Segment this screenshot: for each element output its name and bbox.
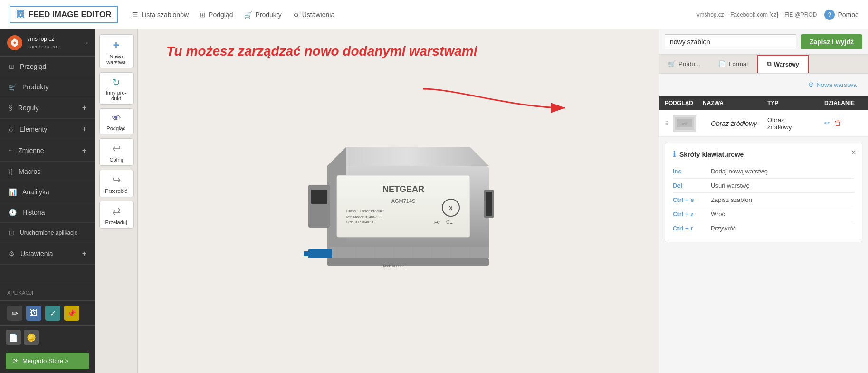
tool-redo[interactable]: ↪ Przerobić [99,170,134,197]
svg-text:CE: CE [446,220,453,225]
tab-warstwy[interactable]: ⧉ Warstwy [757,55,809,73]
nav-produkty[interactable]: 🛒 Produkty [244,11,281,19]
sidebar-nav: ⊞ Przegląd 🛒 Produkty § Reguły + ◇ Eleme… [0,57,95,285]
app-icon-check[interactable]: ✓ [45,306,60,321]
edit-icon[interactable]: ✏ [824,119,830,128]
brand-icon: 🖼 [16,10,25,19]
sidebar-item-ustawienia[interactable]: ⚙ Ustawienia + [0,243,95,265]
svg-text:X: X [449,205,453,211]
sidebar: vmshop.cz Facebook.co... › ⊞ Przegląd 🛒 … [0,29,95,373]
sidebar-header[interactable]: vmshop.cz Facebook.co... › [0,29,95,57]
svg-rect-19 [486,192,492,216]
delete-icon[interactable]: 🗑 [834,119,842,128]
podglad-icon: ⊞ [200,11,206,19]
shortcuts-close-button[interactable]: × [851,148,856,158]
layers-table-header: PODGLĄD NAZWA TYP DZIAŁANIE [659,96,868,110]
new-layer-button[interactable]: ⊕ Nowa warstwa [802,77,862,93]
sidebar-item-uruchomione[interactable]: ⊡ Uruchomione aplikacje [0,223,95,243]
svg-text:IMG: IMG [682,123,687,125]
tab-format[interactable]: 📄 Format [709,55,757,73]
tool-undo[interactable]: ↩ Cofnij [99,138,134,166]
svg-rect-21 [327,258,489,266]
canvas-annotation: Tu możesz zarządzać nowo dodanymi warstw… [166,44,477,59]
svg-rect-22 [308,249,332,258]
shortcut-row-ins: Ins Dodaj nową warstwę [673,164,854,179]
site-meta: vmshop.cz – Facebook.com [cz] – FiE @PRO… [696,11,817,18]
svg-rect-20 [327,247,489,258]
refresh-icon: ↻ [112,77,120,88]
produ-icon: 🛒 [668,60,676,67]
svg-text:NETGEAR: NETGEAR [382,184,424,194]
sidebar-item-historia[interactable]: 🕐 Historia [0,202,95,223]
macros-icon: {} [9,168,13,175]
brand-logo[interactable]: 🖼 FEED IMAGE EDITOR [10,6,118,23]
nav-ustawienia[interactable]: ⚙ Ustawienia [293,11,334,19]
save-button[interactable]: Zapisz i wyjdź [801,34,862,49]
svg-rect-23 [304,251,311,256]
template-name-input[interactable] [665,34,796,49]
app-icon-feed[interactable]: 🖼 [26,306,41,321]
sidebar-item-analityka[interactable]: 📊 Analityka [0,182,95,202]
layer-preview: IMG [673,115,711,132]
lista-icon: ☰ [132,11,138,19]
sidebar-item-przeglad[interactable]: ⊞ Przegląd [0,57,95,77]
app-icon-edit[interactable]: ✏ [7,306,22,321]
product-image: NETGEAR AGM714S Class 1 Laser Product Mf… [261,71,536,332]
zmienne-icon: ~ [9,147,12,154]
tab-produ[interactable]: 🛒 Produ... [659,55,709,73]
help-icon: ? [824,10,835,20]
store-icon: 🛍 [12,357,19,364]
undo-icon: ↩ [112,143,121,155]
tool-reload[interactable]: ⇄ Przeładuj [99,201,134,229]
tool-other-product[interactable]: ↻ Inny pro- dukt [99,72,134,105]
svg-marker-4 [327,147,489,166]
header-typ: TYP [767,100,824,106]
tool-preview[interactable]: 👁 Podgląd [99,108,134,134]
elementy-icon: ◇ [9,125,14,133]
layer-name: Obraz źródłowy [711,120,767,127]
layers-toolbar: ⊕ Nowa warstwa [659,74,868,96]
layer-type: Obraz źródłowy [767,116,824,131]
sidebar-item-reguly[interactable]: § Reguły + [0,97,95,119]
nav-lista-szablonow[interactable]: ☰ Lista szablonów [132,11,189,19]
table-row: ⠿ IMG Obraz źródłowy Obraz źródłowy ✏ 🗑 [659,110,868,137]
canvas-area: Tu możesz zarządzać nowo dodanymi warstw… [138,29,659,373]
produkty-icon: 🛒 [244,11,252,19]
svg-text:S/N: CFR 1040 11: S/N: CFR 1040 11 [346,220,373,224]
format-icon: 📄 [718,60,726,67]
uruchomione-icon: ⊡ [9,229,14,237]
app-icon-coin[interactable]: 🪙 [24,330,39,345]
shortcuts-panel: ℹ Skróty klawiaturowe × Ins Dodaj nową w… [665,143,862,242]
sidebar-item-produkty[interactable]: 🛒 Produkty [0,77,95,97]
top-nav: 🖼 FEED IMAGE EDITOR ☰ Lista szablonów ⊞ … [0,0,868,29]
reguly-icon: § [9,104,12,112]
sidebar-logo [7,35,22,50]
layer-actions: ✏ 🗑 [824,119,862,128]
app-icon-pin[interactable]: 📌 [64,306,79,321]
reload-icon: ⇄ [112,205,121,218]
svg-text:FC: FC [434,220,440,225]
svg-text:Mfr. Model: 314047 11: Mfr. Model: 314047 11 [346,215,382,219]
plus-icon: + [82,146,86,155]
app-icon-doc[interactable]: 📄 [6,330,21,345]
sidebar-item-macros[interactable]: {} Macros [0,162,95,182]
sidebar-header-text: vmshop.cz Facebook.co... [27,36,61,50]
drag-handle-icon[interactable]: ⠿ [665,120,669,127]
shortcut-row-del: Del Usuń warstwę [673,179,854,193]
tool-panel: + Nowa warstwa ↻ Inny pro- dukt 👁 Podglą… [95,29,138,373]
shortcuts-title: ℹ Skróty klawiaturowe [673,150,854,159]
analityka-icon: 📊 [9,188,17,196]
nav-podglad[interactable]: ⊞ Podgląd [200,11,233,19]
help-button[interactable]: ? Pomoc [824,10,858,20]
shortcut-row-ctrl-r: Ctrl + r Przywróć [673,221,854,235]
sidebar-item-zmienne[interactable]: ~ Zmienne + [0,140,95,162]
store-button[interactable]: 🛍 Mergado Store > [6,353,89,369]
redo-icon: ↪ [112,174,121,186]
sidebar-item-elementy[interactable]: ◇ Elementy + [0,119,95,140]
svg-rect-17 [311,190,327,204]
tool-new-layer[interactable]: + Nowa warstwa [99,34,134,68]
sidebar-apps-label: APLIKACJI [0,285,95,300]
top-nav-right: vmshop.cz – Facebook.com [cz] – FiE @PRO… [696,10,858,20]
plus-icon: + [82,125,86,134]
header-dzialanie: DZIAŁANIE [824,100,862,106]
